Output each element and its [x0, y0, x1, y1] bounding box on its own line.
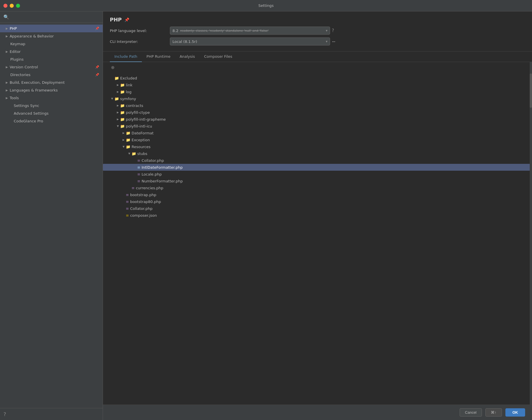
- window-controls[interactable]: [3, 4, 20, 8]
- folder-icon: 📁: [120, 83, 125, 87]
- sidebar-item-plugins[interactable]: Plugins: [0, 55, 103, 63]
- cancel-button[interactable]: Cancel: [460, 408, 482, 417]
- pin-icon: 📌: [95, 65, 99, 69]
- pin-button[interactable]: 📌: [124, 17, 129, 22]
- folder-excluded-icon: 📁: [114, 76, 119, 80]
- php-file-icon: ≡: [137, 158, 140, 163]
- sidebar-item-keymap[interactable]: Keymap: [0, 40, 103, 48]
- scrollbar-thumb[interactable]: [530, 73, 532, 108]
- tree-node-polyfill-ctype[interactable]: ▶ 📁 polyfill-ctype: [110, 109, 530, 116]
- sidebar-item-label: Tools: [10, 96, 99, 100]
- sidebar-item-build[interactable]: ▶ Build, Execution, Deployment: [0, 79, 103, 86]
- tree-node-intldateformatter[interactable]: ≡ IntlDateFormatter.php: [103, 164, 530, 171]
- tree-node-contracts[interactable]: ▶ 📁 contracts: [110, 102, 530, 109]
- php-file-icon: ≡: [137, 179, 140, 183]
- file-icon: ≡: [126, 213, 129, 218]
- sidebar-item-label: Advanced Settings: [14, 111, 99, 116]
- tree-node-log[interactable]: ▶ 📁 log: [110, 88, 530, 95]
- sidebar-item-settings-sync[interactable]: Settings Sync: [0, 102, 103, 110]
- chevron-icon: ▶: [6, 89, 8, 92]
- tree-node-label: Resources: [132, 145, 150, 149]
- tree-node-label: stubs: [137, 152, 147, 156]
- tree-node-label: DateFormat: [132, 131, 154, 135]
- php-file-icon: ≡: [126, 206, 129, 211]
- tree-node-label: symfony: [120, 97, 136, 101]
- tree-node-collator-php[interactable]: ≡ Collator.php: [110, 157, 530, 164]
- window-title: Settings: [258, 3, 273, 8]
- php-file-icon: ≡: [126, 200, 129, 204]
- tab-analysis[interactable]: Analysis: [175, 51, 200, 62]
- bottom-bar: Cancel ⌘↑ OK: [103, 405, 532, 420]
- tree-area: ⊕ 📁 Excluded ▶ 📁 link: [103, 62, 532, 405]
- sidebar-item-php[interactable]: ▶ PHP 📌: [0, 25, 103, 32]
- chevron-down-icon: ▼: [110, 97, 114, 100]
- tree-node-locale-php[interactable]: ≡ Locale.php: [110, 171, 530, 178]
- chevron-icon: ▶: [116, 104, 120, 107]
- sidebar-item-languages[interactable]: ▶ Languages & Frameworks: [0, 86, 103, 94]
- tree-node-composer-json[interactable]: ≡ composer.json: [110, 212, 530, 219]
- tree-node-numberformatter-php[interactable]: ≡ NumberFormatter.php: [110, 178, 530, 184]
- folder-icon: 📁: [120, 103, 125, 108]
- help-icon[interactable]: ?: [3, 411, 6, 417]
- search-icon[interactable]: 🔍: [3, 14, 9, 20]
- tab-composer-files[interactable]: Composer Files: [199, 51, 237, 62]
- ok-button[interactable]: OK: [505, 408, 525, 417]
- tree-content: 📁 Excluded ▶ 📁 link ▶ 📁 log: [103, 72, 530, 405]
- tree-node-link[interactable]: ▶ 📁 link: [110, 81, 530, 88]
- tree-node-collator2-php[interactable]: ≡ Collator.php: [110, 205, 530, 212]
- chevron-icon: ▶: [6, 35, 8, 38]
- language-level-control: 8.2 readonly: classes, 'readonly' standa…: [170, 27, 525, 35]
- content-area: PHP 📌 PHP language level: 8.2 readonly: …: [103, 11, 532, 420]
- tree-node-bootstrap80-php[interactable]: ≡ bootstrap80.php: [110, 198, 530, 205]
- sidebar-item-label: Editor: [10, 49, 99, 54]
- close-button[interactable]: [3, 4, 7, 8]
- tree-node-label: Locale.php: [142, 172, 162, 176]
- sidebar-item-tools[interactable]: ▶ Tools: [0, 94, 103, 102]
- tree-node-dateformat[interactable]: ▶ 📁 DateFormat: [110, 130, 530, 136]
- tree-node-excluded[interactable]: 📁 Excluded: [110, 75, 530, 81]
- content-header: PHP 📌 PHP language level: 8.2 readonly: …: [103, 11, 532, 51]
- language-level-dropdown[interactable]: 8.2 readonly: classes, 'readonly' standa…: [170, 27, 330, 35]
- tab-php-runtime[interactable]: PHP Runtime: [142, 51, 175, 62]
- minimize-button[interactable]: [10, 4, 14, 8]
- tree-node-resources[interactable]: ▼ 📁 Resources: [110, 143, 530, 150]
- chevron-down-icon: ▾: [326, 29, 327, 33]
- chevron-icon: ▶: [6, 81, 8, 84]
- sidebar-search-area[interactable]: 🔍: [0, 11, 103, 23]
- sidebar-item-codeglance[interactable]: CodeGlance Pro: [0, 117, 103, 125]
- cli-interpreter-label: CLI Interpreter:: [110, 39, 167, 44]
- apply-button[interactable]: ⌘↑: [485, 408, 502, 417]
- sidebar-item-directories[interactable]: Directories 📌: [0, 71, 103, 79]
- add-folder-button[interactable]: ⊕: [110, 64, 116, 71]
- maximize-button[interactable]: [16, 4, 20, 8]
- more-options-button[interactable]: ···: [332, 39, 335, 45]
- folder-icon: 📁: [126, 138, 130, 142]
- tree-node-bootstrap-php[interactable]: ≡ bootstrap.php: [110, 191, 530, 198]
- chevron-down-icon: ▼: [116, 125, 120, 128]
- pin-icon: 📌: [95, 27, 99, 30]
- sidebar-item-editor[interactable]: ▶ Editor: [0, 48, 103, 55]
- sidebar-item-version-control[interactable]: ▶ Version Control 📌: [0, 63, 103, 71]
- tree-node-polyfill-intl-grapheme[interactable]: ▶ 📁 polyfill-intl-grapheme: [110, 116, 530, 123]
- tree-node-stubs[interactable]: ▼ 📁 stubs: [110, 150, 530, 157]
- tree-node-polyfill-intl-icu[interactable]: ▼ 📁 polyfill-intl-icu: [110, 123, 530, 130]
- sidebar-item-appearance[interactable]: ▶ Appearance & Behavior: [0, 32, 103, 40]
- cli-interpreter-control: Local (8.1.5r) ▾ ···: [170, 37, 525, 45]
- language-level-help-icon[interactable]: ?: [332, 28, 334, 33]
- chevron-icon: ▶: [6, 96, 8, 99]
- sidebar-item-advanced-settings[interactable]: Advanced Settings: [0, 110, 103, 117]
- scrollbar-track[interactable]: [530, 62, 532, 405]
- tree-node-label: Excluded: [120, 76, 137, 80]
- tree-node-symfony[interactable]: ▼ 📁 symfony: [110, 95, 530, 102]
- folder-icon: 📁: [120, 110, 125, 115]
- tree-node-exception[interactable]: ▶ 📁 Exception: [110, 136, 530, 143]
- page-title: PHP: [110, 17, 122, 23]
- tree-node-currencies-php[interactable]: ≡ currencies.php: [110, 184, 530, 191]
- cli-interpreter-dropdown[interactable]: Local (8.1.5r) ▾: [170, 37, 330, 45]
- chevron-icon: ▶: [121, 138, 126, 141]
- sidebar-item-label: Directories: [10, 73, 95, 77]
- sidebar-item-label: CodeGlance Pro: [14, 119, 99, 123]
- sidebar-item-label: Plugins: [10, 57, 99, 61]
- tree-node-label: link: [126, 83, 132, 87]
- tab-include-path[interactable]: Include Path: [110, 51, 142, 62]
